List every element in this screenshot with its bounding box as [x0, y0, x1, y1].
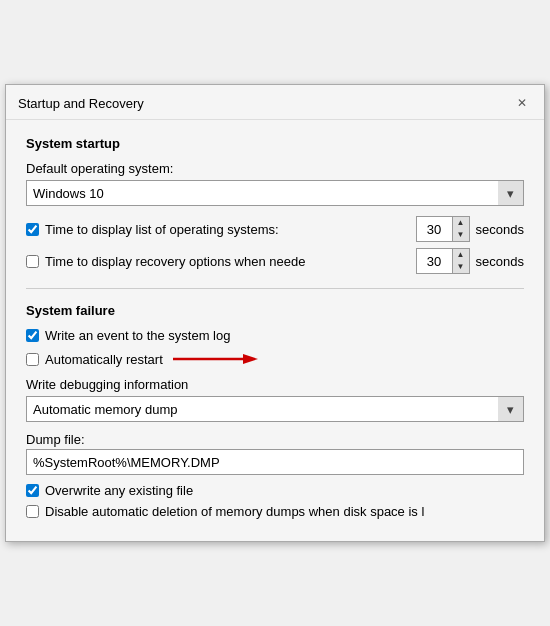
display-recovery-row: Time to display recovery options when ne…	[26, 248, 524, 274]
system-failure-section: System failure Write an event to the sys…	[26, 303, 524, 519]
auto-restart-row: Automatically restart	[26, 349, 524, 369]
system-startup-title: System startup	[26, 136, 524, 151]
dump-file-label: Dump file:	[26, 432, 524, 447]
default-os-dropdown-container: Windows 10 ▾	[26, 180, 524, 206]
disable-auto-delete-checkbox[interactable]	[26, 505, 39, 518]
auto-restart-arrow-indicator	[173, 349, 263, 369]
display-list-value[interactable]	[416, 216, 452, 242]
display-recovery-checkbox-row: Time to display recovery options when ne…	[26, 254, 408, 269]
dialog-content: System startup Default operating system:…	[6, 120, 544, 541]
title-bar: Startup and Recovery ✕	[6, 85, 544, 120]
display-list-spinner: ▲ ▼	[416, 216, 470, 242]
display-list-unit: seconds	[476, 222, 524, 237]
auto-restart-label: Automatically restart	[45, 352, 163, 367]
display-recovery-down-button[interactable]: ▼	[453, 261, 469, 273]
display-list-up-button[interactable]: ▲	[453, 217, 469, 229]
write-event-row: Write an event to the system log	[26, 328, 524, 343]
display-recovery-up-button[interactable]: ▲	[453, 249, 469, 261]
display-list-spinner-buttons: ▲ ▼	[452, 216, 470, 242]
display-list-checkbox-row: Time to display list of operating system…	[26, 222, 408, 237]
display-recovery-spinner-buttons: ▲ ▼	[452, 248, 470, 274]
system-startup-section: System startup Default operating system:…	[26, 136, 524, 274]
auto-restart-checkbox[interactable]	[26, 353, 39, 366]
display-recovery-value[interactable]	[416, 248, 452, 274]
red-arrow-icon	[173, 349, 263, 369]
dump-file-input[interactable]	[26, 449, 524, 475]
dialog-title: Startup and Recovery	[18, 96, 144, 111]
display-recovery-checkbox[interactable]	[26, 255, 39, 268]
overwrite-row: Overwrite any existing file	[26, 483, 524, 498]
display-list-label: Time to display list of operating system…	[45, 222, 279, 237]
system-failure-title: System failure	[26, 303, 524, 318]
svg-marker-1	[243, 354, 258, 364]
write-debug-label: Write debugging information	[26, 377, 524, 392]
display-recovery-spinner: ▲ ▼	[416, 248, 470, 274]
default-os-select[interactable]: Windows 10	[26, 180, 524, 206]
disable-auto-delete-label: Disable automatic deletion of memory dum…	[45, 504, 424, 519]
write-event-checkbox[interactable]	[26, 329, 39, 342]
display-list-checkbox[interactable]	[26, 223, 39, 236]
display-list-row: Time to display list of operating system…	[26, 216, 524, 242]
display-recovery-label: Time to display recovery options when ne…	[45, 254, 305, 269]
disable-auto-delete-row: Disable automatic deletion of memory dum…	[26, 504, 524, 519]
display-list-down-button[interactable]: ▼	[453, 229, 469, 241]
default-os-label: Default operating system:	[26, 161, 524, 176]
overwrite-checkbox[interactable]	[26, 484, 39, 497]
section-divider	[26, 288, 524, 289]
debug-type-dropdown-container: Automatic memory dump ▾	[26, 396, 524, 422]
overwrite-label: Overwrite any existing file	[45, 483, 193, 498]
debug-type-select[interactable]: Automatic memory dump	[26, 396, 524, 422]
write-event-label: Write an event to the system log	[45, 328, 230, 343]
startup-recovery-dialog: Startup and Recovery ✕ System startup De…	[5, 84, 545, 542]
close-button[interactable]: ✕	[512, 93, 532, 113]
display-recovery-unit: seconds	[476, 254, 524, 269]
